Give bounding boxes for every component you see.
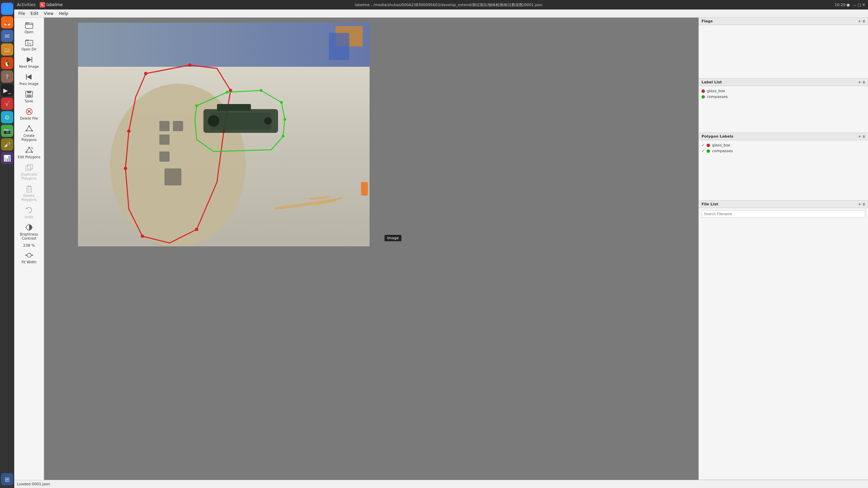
svg-point-21 [32, 151, 33, 153]
window-controls: — □ ✕ [852, 3, 865, 7]
svg-rect-42 [159, 121, 170, 131]
top-bar: Activities L labelme labelme - /media/zh… [14, 0, 868, 9]
polygon-labels-icon-2: ≡ [863, 135, 865, 138]
firefox-icon[interactable]: 🦊 [1, 16, 13, 28]
brightness-contrast-icon [24, 223, 34, 232]
save-icon [24, 89, 34, 99]
flags-header: Flags + ≡ [699, 18, 868, 25]
math-icon[interactable]: √ [1, 98, 13, 110]
open-dir-button[interactable]: Dir Open Dir [16, 36, 42, 53]
checkmark-compasses: ✓ [702, 149, 705, 153]
file-list-header-icons: + ≡ [858, 202, 865, 206]
brightness-contrast-button[interactable]: Brightness Contrast [16, 221, 42, 242]
ubuntu-icon[interactable]: 🐧 [1, 57, 13, 69]
file-list-icon-1: + [858, 202, 861, 206]
file-list-title: File List [702, 202, 718, 206]
prev-image-icon [24, 72, 34, 82]
next-image-button[interactable]: Next Image [16, 54, 42, 70]
svg-point-64 [283, 118, 286, 121]
activities-button[interactable]: Activities [17, 2, 36, 7]
file-search-input[interactable] [702, 210, 865, 218]
app-title-area: L labelme [40, 2, 63, 7]
label-item-compasses[interactable]: compasses [702, 94, 865, 100]
apps-grid-icon[interactable]: ⊞ [1, 473, 13, 485]
chrome-icon[interactable]: 🌐 [1, 3, 13, 15]
svg-rect-11 [27, 95, 32, 97]
svg-marker-39 [25, 255, 26, 256]
svg-rect-43 [173, 121, 183, 131]
next-image-label: Next Image [19, 65, 39, 69]
polygon-labels-content: ✓ glass_box ✓ compasses [699, 140, 868, 200]
label-list-icon-1: + [858, 80, 861, 84]
svg-point-52 [141, 235, 144, 238]
terminal-icon[interactable]: ▶_ [1, 84, 13, 96]
label-list-title: Label List [702, 80, 722, 84]
menu-edit[interactable]: Edit [28, 11, 41, 17]
create-polygons-label: Create Polygons [17, 134, 42, 142]
flags-icon-1: + [858, 19, 861, 23]
delete-polygons-button[interactable]: Delete Polygons [16, 183, 42, 203]
polygon-labels-icon-1: + [858, 135, 861, 138]
help-icon[interactable]: ? [1, 70, 13, 83]
edit-polygons-icon: ✎ [24, 145, 34, 155]
fit-width-button[interactable]: Fit Width [16, 249, 42, 266]
flags-content [699, 25, 868, 78]
save-button[interactable]: Save [16, 88, 42, 105]
undo-button[interactable]: Undo [16, 204, 42, 221]
polygon-label-glass-box[interactable]: ✓ glass_box [702, 142, 865, 148]
svg-point-57 [208, 115, 220, 127]
delete-file-button[interactable]: Delete File [16, 105, 42, 122]
shutter-icon[interactable]: 📷 [1, 125, 13, 137]
prev-image-button[interactable]: Prev Image [16, 71, 42, 87]
mail-icon[interactable]: ✉ [1, 30, 13, 42]
label-item-glass-box[interactable]: glass_box [702, 88, 865, 94]
top-bar-right: 10:29 ● — □ ✕ [835, 3, 865, 7]
app-name-label: labelme [46, 2, 63, 7]
delete-file-label: Delete File [20, 117, 38, 121]
files-icon[interactable]: 🗂 [1, 43, 13, 56]
polygon-label-compasses[interactable]: ✓ compasses [702, 148, 865, 154]
menu-file[interactable]: File [16, 11, 28, 17]
top-bar-left: Activities L labelme [17, 2, 63, 7]
window-title: labelme - /media/zhutao/000A23B300095603… [355, 2, 542, 7]
label-name-compasses: compasses [707, 95, 728, 99]
prev-image-label: Prev Image [19, 82, 38, 86]
label-name-glass-box: glass_box [707, 89, 725, 93]
svg-text:Dir: Dir [27, 42, 31, 45]
poly-label-name-compasses: compasses [712, 149, 733, 153]
create-polygons-button[interactable]: Create Polygons [16, 123, 42, 143]
svg-rect-24 [26, 166, 31, 170]
image-background-top [78, 23, 370, 67]
extra-icon[interactable]: 📊 [1, 152, 13, 164]
edit-polygons-button[interactable]: ✎ Edit Polygons [16, 144, 42, 161]
svg-rect-27 [27, 187, 32, 192]
flags-section: Flags + ≡ [699, 18, 868, 79]
poly-label-name-glass-box: glass_box [712, 143, 730, 147]
duplicate-polygons-button[interactable]: Duplicate Polygons [16, 161, 42, 182]
delete-file-icon [24, 107, 34, 116]
svg-rect-45 [159, 151, 170, 162]
svg-point-54 [127, 129, 131, 133]
svg-rect-3 [25, 40, 29, 41]
open-dir-label: Open Dir [21, 47, 36, 52]
poly-dot-compasses [707, 149, 710, 153]
open-button[interactable]: Open [16, 19, 42, 36]
svg-marker-7 [27, 74, 32, 80]
svg-point-58 [264, 117, 272, 125]
canvas-area[interactable]: Image [44, 18, 698, 480]
label-dot-glass-box [702, 89, 705, 93]
table-item-blue [329, 33, 349, 60]
gimp-icon[interactable]: 🖌 [1, 138, 13, 150]
polygon-labels-title: Polygon Labels [702, 134, 733, 139]
svg-point-16 [28, 125, 30, 127]
svg-rect-59 [217, 104, 251, 111]
menu-help[interactable]: Help [56, 11, 71, 17]
svg-point-22 [25, 151, 27, 153]
open-icon [24, 20, 34, 30]
main-area: Open Dir Open Dir Next Image Prev Image [14, 18, 868, 480]
svg-point-65 [282, 135, 284, 138]
menu-view[interactable]: View [41, 11, 56, 17]
pycharm-icon[interactable]: ⚙ [1, 111, 13, 123]
polygon-labels-header: Polygon Labels + ≡ [699, 133, 868, 140]
svg-point-63 [280, 101, 283, 104]
